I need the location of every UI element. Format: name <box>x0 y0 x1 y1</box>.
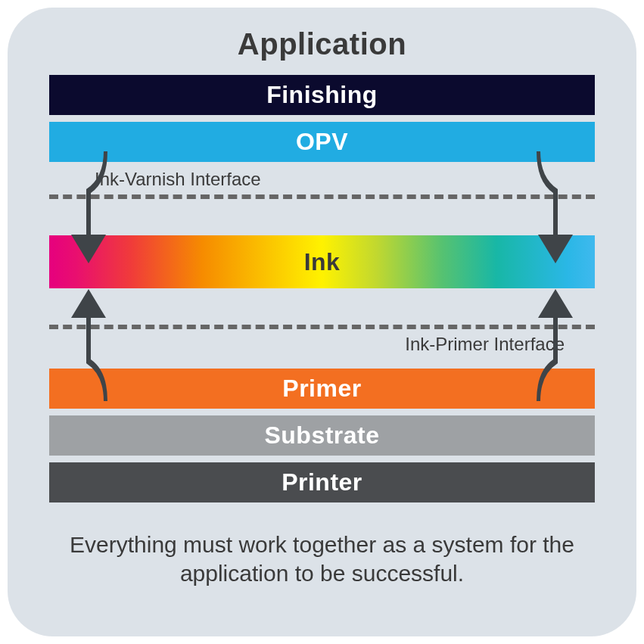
layer-substrate: Substrate <box>49 415 595 456</box>
diagram-card: Application Finishing OPV Ink-Varnish In… <box>8 8 636 636</box>
interface-label-varnish: Ink-Varnish Interface <box>49 169 595 190</box>
layer-printer: Printer <box>49 462 595 502</box>
interface-label-primer: Ink-Primer Interface <box>49 334 595 355</box>
footer-text: Everything must work together as a syste… <box>8 509 636 587</box>
bottom-stack: Primer Substrate Printer <box>49 369 595 502</box>
layer-stack: Finishing OPV <box>49 75 595 162</box>
title: Application <box>8 8 636 61</box>
interface-dashed-bottom <box>49 325 595 329</box>
layer-finishing: Finishing <box>49 75 595 115</box>
layer-ink: Ink <box>49 235 595 288</box>
layer-primer: Primer <box>49 369 595 409</box>
interface-dashed-top <box>49 194 595 199</box>
ink-row: Ink <box>49 235 595 288</box>
layer-opv: OPV <box>49 122 595 162</box>
